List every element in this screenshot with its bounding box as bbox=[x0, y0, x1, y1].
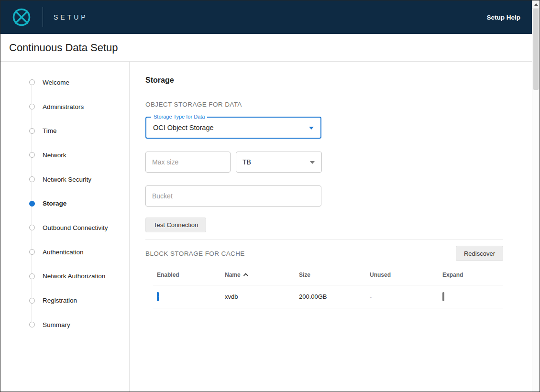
stepper-item-summary[interactable]: Summary bbox=[0, 313, 129, 337]
column-header-name[interactable]: Name bbox=[225, 267, 299, 285]
step-dot-icon bbox=[29, 249, 35, 255]
topbar-divider bbox=[43, 7, 43, 27]
stepper-item-network-security[interactable]: Network Security bbox=[0, 167, 129, 192]
step-dot-icon bbox=[29, 201, 35, 207]
section-divider bbox=[145, 240, 503, 240]
size-unit-select[interactable]: TB bbox=[236, 152, 322, 173]
step-dot-icon bbox=[29, 322, 35, 327]
step-dot-icon bbox=[29, 273, 35, 279]
max-size-row: TB bbox=[145, 152, 503, 173]
step-dot-icon bbox=[29, 128, 35, 134]
stepper-item-network-authorization[interactable]: Network Authorization bbox=[0, 264, 129, 289]
storage-type-label: Storage Type for Data bbox=[151, 114, 207, 120]
app-window: SETUP Setup Help Continuous Data Setup W… bbox=[0, 0, 540, 392]
cell-unused: - bbox=[370, 285, 442, 308]
column-header-unused[interactable]: Unused bbox=[370, 267, 442, 285]
step-dot-icon bbox=[29, 79, 35, 85]
step-dot-icon bbox=[29, 298, 35, 304]
setup-stepper: Welcome Administrators Time Network Netw… bbox=[0, 62, 130, 392]
column-header-expand[interactable]: Expand bbox=[442, 267, 503, 285]
sort-ascending-icon bbox=[243, 273, 248, 278]
scrollbar-thumb[interactable] bbox=[533, 9, 539, 90]
chevron-down-icon bbox=[309, 127, 314, 130]
stepper-item-time[interactable]: Time bbox=[0, 119, 129, 143]
page-body: Welcome Administrators Time Network Netw… bbox=[0, 62, 532, 392]
stepper-item-network[interactable]: Network bbox=[0, 143, 129, 167]
step-dot-icon bbox=[29, 225, 35, 230]
block-storage-table: Enabled Name Size Unused Expand xvd bbox=[153, 267, 503, 308]
setup-help-link[interactable]: Setup Help bbox=[486, 14, 520, 21]
step-dot-icon bbox=[29, 152, 35, 158]
stepper-item-registration[interactable]: Registration bbox=[0, 288, 129, 313]
stepper-item-welcome[interactable]: Welcome bbox=[0, 70, 129, 95]
panel-title: Storage bbox=[145, 76, 503, 85]
expand-checkbox[interactable] bbox=[442, 292, 444, 301]
block-storage-section-label: BLOCK STORAGE FOR CACHE bbox=[145, 250, 245, 257]
step-dot-icon bbox=[29, 176, 35, 182]
stepper-item-administrators[interactable]: Administrators bbox=[0, 95, 129, 119]
rediscover-button[interactable]: Rediscover bbox=[456, 246, 503, 261]
step-label: Storage bbox=[43, 200, 66, 207]
step-label: Network Security bbox=[43, 176, 91, 183]
topbar: SETUP Setup Help bbox=[0, 0, 532, 34]
step-label: Time bbox=[43, 127, 57, 134]
storage-type-value: OCI Object Storage bbox=[153, 124, 214, 131]
cell-size: 200.00GB bbox=[299, 285, 370, 308]
bucket-input[interactable] bbox=[145, 185, 321, 207]
app-name: SETUP bbox=[54, 13, 88, 21]
stepper-item-outbound-connectivity[interactable]: Outbound Connectivity bbox=[0, 216, 129, 240]
enabled-checkbox[interactable] bbox=[157, 292, 159, 301]
vertical-scrollbar[interactable] bbox=[532, 0, 540, 392]
test-connection-button[interactable]: Test Connection bbox=[145, 218, 206, 232]
step-dot-icon bbox=[29, 104, 35, 109]
storage-type-select[interactable]: Storage Type for Data OCI Object Storage bbox=[145, 117, 321, 139]
step-label: Registration bbox=[43, 297, 77, 304]
scrollbar-up-button[interactable] bbox=[532, 0, 540, 9]
step-label: Network Authorization bbox=[43, 272, 105, 280]
step-label: Summary bbox=[43, 321, 70, 328]
delphix-logo-icon bbox=[7, 6, 36, 29]
max-size-input[interactable] bbox=[145, 152, 231, 173]
content-area: SETUP Setup Help Continuous Data Setup W… bbox=[0, 0, 532, 392]
step-label: Network bbox=[43, 152, 66, 159]
size-unit-value: TB bbox=[242, 158, 251, 166]
table-row: xvdb 200.00GB - bbox=[153, 285, 503, 308]
step-label: Authentication bbox=[43, 249, 84, 256]
stepper-item-authentication[interactable]: Authentication bbox=[0, 240, 129, 264]
cell-name: xvdb bbox=[225, 285, 299, 308]
stepper-item-storage[interactable]: Storage bbox=[0, 191, 129, 216]
storage-panel: Storage OBJECT STORAGE FOR DATA Storage … bbox=[130, 62, 532, 392]
block-storage-section-header: BLOCK STORAGE FOR CACHE Rediscover bbox=[145, 246, 503, 261]
step-label: Outbound Connectivity bbox=[43, 224, 108, 231]
page-header: Continuous Data Setup bbox=[0, 34, 532, 62]
table-header-row: Enabled Name Size Unused Expand bbox=[153, 267, 503, 285]
scroll-up-icon bbox=[534, 3, 538, 6]
object-storage-section-label: OBJECT STORAGE FOR DATA bbox=[145, 101, 503, 108]
step-label: Administrators bbox=[43, 103, 84, 110]
page-title: Continuous Data Setup bbox=[9, 42, 118, 54]
column-header-size[interactable]: Size bbox=[299, 267, 370, 285]
column-header-name-label: Name bbox=[225, 272, 241, 278]
step-label: Welcome bbox=[43, 79, 69, 86]
column-header-enabled[interactable]: Enabled bbox=[153, 267, 225, 285]
chevron-down-icon bbox=[310, 161, 315, 164]
